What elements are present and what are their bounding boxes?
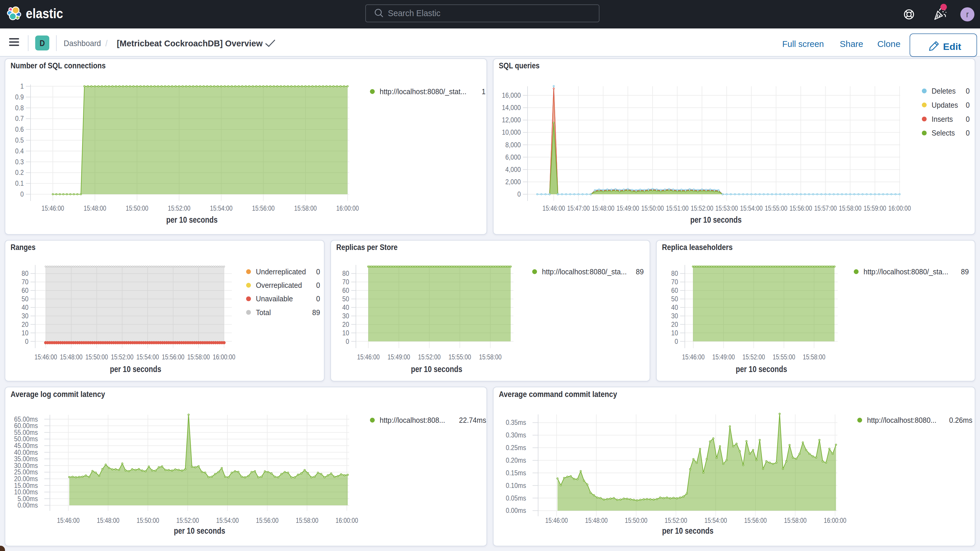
svg-text:0.10ms: 0.10ms <box>506 481 526 489</box>
svg-text:0.25ms: 0.25ms <box>506 444 526 452</box>
svg-text:40: 40 <box>22 303 29 311</box>
svg-text:15:57:00: 15:57:00 <box>814 204 837 212</box>
svg-text:0: 0 <box>316 294 320 303</box>
svg-text:15:46:00: 15:46:00 <box>357 353 380 361</box>
svg-text:Average command commit latency: Average command commit latency <box>499 390 617 399</box>
svg-text:Dashboard: Dashboard <box>64 39 101 48</box>
svg-text:Number of SQL connections: Number of SQL connections <box>11 61 106 70</box>
svg-text:per 10 seconds: per 10 seconds <box>411 365 463 374</box>
svg-text:40: 40 <box>342 303 350 311</box>
svg-text:15:56:00: 15:56:00 <box>256 516 278 524</box>
svg-text:0.00ms: 0.00ms <box>506 506 526 514</box>
svg-text:0.26ms: 0.26ms <box>949 416 972 425</box>
svg-text:80: 80 <box>671 269 678 277</box>
svg-text:15:54:00: 15:54:00 <box>210 204 233 212</box>
svg-text:15:52:00: 15:52:00 <box>665 516 687 524</box>
svg-text:per 10 seconds: per 10 seconds <box>736 365 787 374</box>
svg-text:50: 50 <box>671 295 678 303</box>
svg-text:15:53:00: 15:53:00 <box>715 204 738 212</box>
svg-text:50: 50 <box>342 295 350 303</box>
svg-text:per 10 seconds: per 10 seconds <box>110 365 161 374</box>
svg-text:50: 50 <box>22 295 29 303</box>
svg-text:60: 60 <box>671 287 678 294</box>
svg-text:http://localhost:8080/_sta...: http://localhost:8080/_sta... <box>864 267 948 276</box>
svg-text:15:54:00: 15:54:00 <box>137 353 159 361</box>
svg-text:0: 0 <box>25 338 29 346</box>
svg-text:10: 10 <box>671 329 678 337</box>
svg-text:0: 0 <box>966 129 970 137</box>
svg-text:SQL queries: SQL queries <box>499 61 539 70</box>
svg-text:70: 70 <box>342 278 350 286</box>
svg-text:15:49:00: 15:49:00 <box>712 353 735 361</box>
svg-text:per 10 seconds: per 10 seconds <box>662 526 714 535</box>
svg-text:Replica leaseholders: Replica leaseholders <box>662 243 733 252</box>
svg-text:70: 70 <box>671 278 678 286</box>
svg-text:15:50:00: 15:50:00 <box>85 353 108 361</box>
svg-text:15:58:00: 15:58:00 <box>294 204 317 212</box>
svg-text:http://localhost:8080/_sta...: http://localhost:8080/_sta... <box>542 267 627 276</box>
svg-text:Updates: Updates <box>932 100 958 110</box>
svg-text:15:50:00: 15:50:00 <box>641 204 664 212</box>
svg-text:0.9: 0.9 <box>15 93 24 101</box>
svg-text:0.6: 0.6 <box>15 125 24 133</box>
svg-text:89: 89 <box>636 267 644 276</box>
svg-text:40: 40 <box>671 303 678 311</box>
svg-text:0.4: 0.4 <box>15 147 24 155</box>
svg-text:15:49:00: 15:49:00 <box>388 353 410 361</box>
svg-text:0.7: 0.7 <box>15 115 24 123</box>
svg-text:30: 30 <box>671 312 678 320</box>
svg-text:15:58:00: 15:58:00 <box>296 516 318 524</box>
svg-text:15:55:00: 15:55:00 <box>449 353 471 361</box>
svg-text:Inserts: Inserts <box>932 115 953 124</box>
svg-text:http://localhost:808...: http://localhost:808... <box>380 416 445 425</box>
svg-text:0: 0 <box>316 281 320 290</box>
svg-text:Underreplicated: Underreplicated <box>256 267 306 276</box>
svg-text:15:49:00: 15:49:00 <box>616 204 639 212</box>
svg-text:15:52:00: 15:52:00 <box>111 353 134 361</box>
svg-text:15:56:00: 15:56:00 <box>162 353 185 361</box>
svg-text:15:47:00: 15:47:00 <box>567 204 590 212</box>
svg-text:30: 30 <box>22 312 29 320</box>
svg-text:Replicas per Store: Replicas per Store <box>336 243 398 252</box>
svg-text:Clone: Clone <box>877 39 900 49</box>
svg-text:0.05ms: 0.05ms <box>506 494 526 502</box>
svg-text:Unavailable: Unavailable <box>256 294 293 303</box>
svg-text:Average log commit latency: Average log commit latency <box>11 390 105 399</box>
svg-text:0.2: 0.2 <box>15 169 24 176</box>
svg-text:0: 0 <box>20 190 24 198</box>
svg-text:Selects: Selects <box>932 129 955 137</box>
svg-text:15:48:00: 15:48:00 <box>97 516 119 524</box>
svg-text:15:46:00: 15:46:00 <box>35 353 57 361</box>
svg-text:10: 10 <box>22 329 29 337</box>
svg-text:Share: Share <box>840 39 863 49</box>
svg-text:15:48:00: 15:48:00 <box>60 353 83 361</box>
svg-text:http://localhost:8080/_stat...: http://localhost:8080/_stat... <box>380 87 466 96</box>
svg-text:r: r <box>966 10 969 19</box>
svg-text:16,000: 16,000 <box>502 91 521 99</box>
svg-text:60: 60 <box>22 287 29 294</box>
svg-text:0.1: 0.1 <box>15 179 24 187</box>
svg-text:15:46:00: 15:46:00 <box>42 204 64 212</box>
svg-text:6,000: 6,000 <box>505 153 521 161</box>
svg-text:80: 80 <box>342 269 350 277</box>
svg-text:15:56:00: 15:56:00 <box>789 204 812 212</box>
svg-text:http://localhost:8080...: http://localhost:8080... <box>867 416 937 425</box>
svg-text:15:50:00: 15:50:00 <box>137 516 159 524</box>
svg-text:16:00:00: 16:00:00 <box>336 516 358 524</box>
svg-text:20: 20 <box>671 320 678 328</box>
svg-text:Edit: Edit <box>943 41 961 52</box>
svg-text:15:58:00: 15:58:00 <box>479 353 502 361</box>
svg-text:15:52:00: 15:52:00 <box>177 516 199 524</box>
svg-text:15:46:00: 15:46:00 <box>545 516 568 524</box>
svg-text:4,000: 4,000 <box>505 166 521 174</box>
svg-text:0.15ms: 0.15ms <box>506 469 526 477</box>
svg-text:15:58:00: 15:58:00 <box>784 516 807 524</box>
svg-text:per 10 seconds: per 10 seconds <box>166 215 218 225</box>
svg-text:15:48:00: 15:48:00 <box>585 516 608 524</box>
svg-text:15:54:00: 15:54:00 <box>740 204 762 212</box>
svg-text:89: 89 <box>312 308 320 317</box>
svg-text:8,000: 8,000 <box>505 141 521 149</box>
svg-text:15:58:00: 15:58:00 <box>187 353 210 361</box>
svg-text:Full screen: Full screen <box>782 39 824 49</box>
svg-text:0: 0 <box>966 100 970 110</box>
